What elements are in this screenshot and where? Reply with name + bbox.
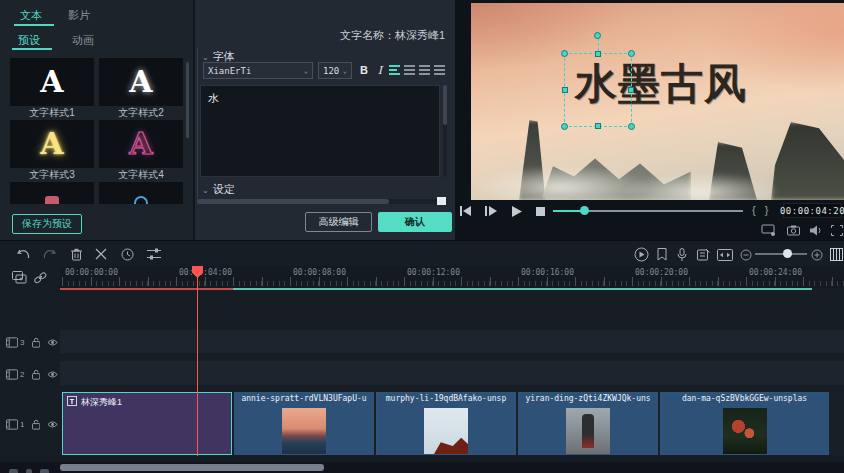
eye-visibility-icon[interactable] (47, 338, 58, 347)
rotation-handle[interactable] (594, 32, 601, 39)
text-style-3-card[interactable]: A (10, 120, 94, 168)
selection-handle[interactable] (561, 50, 568, 57)
italic-button[interactable]: I (373, 62, 387, 78)
image-clip[interactable]: annie-spratt-rdVLN3UFapU-u (234, 392, 374, 455)
mark-in-out-brackets[interactable]: { } (752, 204, 771, 216)
text-style-5-card[interactable] (10, 182, 94, 204)
track-2-header: 2 (6, 367, 58, 381)
video-viewport[interactable]: 水墨古风 (471, 3, 844, 200)
selection-handle[interactable] (628, 123, 635, 130)
video-track-icon (6, 419, 18, 430)
text-style-4-preview: A (129, 129, 152, 159)
fit-timeline-icon[interactable] (829, 247, 843, 262)
render-preview-icon[interactable] (633, 247, 649, 262)
text-selection-box[interactable] (564, 53, 632, 127)
hscrollbar-thumb[interactable] (197, 199, 389, 204)
text-style-2-card[interactable]: A (99, 58, 183, 106)
align-left-button[interactable] (389, 64, 402, 76)
ruler-tick-label: 00:00:00:00 (65, 268, 118, 277)
eye-visibility-icon[interactable] (47, 370, 58, 379)
selection-handle[interactable] (562, 87, 568, 93)
video-editor-app: 文本 影片 预设 动画 A A 文字样式1 文字样式2 A A 文字样式3 文字… (0, 0, 844, 473)
text-style-6-preview (134, 196, 148, 204)
video-track-icon (6, 337, 18, 348)
save-as-preset-button[interactable]: 保存为预设 (12, 214, 82, 234)
timeline-zoom-slider-track[interactable] (755, 253, 807, 255)
image-clip[interactable]: dan-ma-qSzBVbkGGEw-unsplas (660, 392, 829, 455)
selection-handle[interactable] (595, 51, 601, 57)
align-center-button[interactable] (404, 64, 417, 76)
advanced-edit-button[interactable]: 高级编辑 (305, 212, 372, 232)
seek-bar-handle[interactable] (580, 206, 589, 215)
text-style-4-card[interactable]: A (99, 120, 183, 168)
text-style-2-label: 文字样式2 (99, 106, 183, 120)
font-family-select[interactable]: XianErTi⌄ (203, 62, 313, 79)
font-size-select[interactable]: 120⌄ (318, 62, 352, 79)
timeline-zoom-slider-handle[interactable] (783, 249, 792, 258)
undo-icon[interactable] (16, 247, 30, 261)
lock-icon[interactable] (32, 369, 40, 380)
tab-text[interactable]: 文本 (20, 8, 42, 23)
clip-thumbnail (424, 408, 468, 454)
mist (621, 172, 781, 200)
subtab-presets-underline (12, 48, 52, 50)
ruler-tick-label: 00:00:24:00 (749, 268, 802, 277)
text-style-1-label: 文字样式1 (10, 106, 94, 120)
display-settings-icon[interactable] (760, 224, 776, 236)
snapshot-camera-icon[interactable] (786, 224, 800, 236)
image-clip[interactable]: yiran-ding-zQti4ZKWJQk-uns (518, 392, 658, 455)
settings-section-header[interactable]: ⌄设定 (202, 182, 235, 197)
subtab-presets[interactable]: 预设 (18, 33, 40, 48)
selection-handle[interactable] (561, 123, 568, 130)
redo-icon[interactable] (42, 247, 56, 261)
marker-flag-icon[interactable] (656, 247, 668, 262)
delete-trash-icon[interactable] (70, 247, 83, 261)
confirm-button[interactable]: 确认 (378, 212, 452, 232)
track-2-lane[interactable] (60, 361, 844, 385)
eye-visibility-icon[interactable] (47, 420, 58, 429)
stop-button[interactable] (535, 206, 545, 216)
text-style-4-label: 文字样式4 (99, 168, 183, 182)
ink-mountain (771, 122, 844, 200)
styles-scrollbar[interactable] (186, 62, 189, 138)
previous-frame-button[interactable] (459, 205, 473, 217)
adjust-sliders-icon[interactable] (146, 247, 161, 261)
zoom-out-icon[interactable] (739, 248, 752, 261)
image-clip[interactable]: murphy-li-19qdBAfako-unsp (376, 392, 516, 455)
bold-button[interactable]: B (357, 62, 371, 78)
text-style-1-card[interactable]: A (10, 58, 94, 106)
selection-handle[interactable] (628, 50, 635, 57)
title-clip[interactable]: T 林深秀峰1 (62, 392, 232, 455)
track-3-lane[interactable] (60, 330, 844, 353)
zoom-in-icon[interactable] (810, 248, 823, 261)
lock-icon[interactable] (32, 337, 40, 348)
timeline-ruler[interactable]: 00:00:00:00 00:00:04:00 00:00:08:00 00:0… (60, 266, 844, 288)
ruler-major-ticks (62, 277, 844, 286)
timeline-hscroll-thumb[interactable] (60, 464, 324, 471)
editor-scrollbar[interactable] (443, 85, 447, 125)
fullscreen-icon[interactable] (830, 224, 843, 236)
lock-icon[interactable] (32, 419, 40, 430)
text-style-2-preview: A (129, 67, 152, 97)
track-size-icon[interactable] (716, 248, 733, 261)
link-snap-icon[interactable] (33, 271, 47, 284)
text-content-input[interactable]: 水 (200, 85, 440, 177)
next-frame-button[interactable] (484, 205, 498, 217)
subtab-animation[interactable]: 动画 (72, 33, 94, 48)
selection-handle[interactable] (595, 123, 601, 129)
play-button[interactable] (509, 205, 523, 217)
align-justify-button[interactable] (434, 64, 447, 76)
voiceover-mic-icon[interactable] (676, 247, 688, 262)
resize-handle[interactable] (437, 197, 446, 205)
render-status-rendered (233, 288, 812, 290)
selection-handle[interactable] (628, 87, 634, 93)
split-scissors-icon[interactable] (94, 247, 108, 261)
chevron-down-icon: ⌄ (304, 67, 308, 75)
volume-icon[interactable] (809, 224, 823, 236)
speed-clock-icon[interactable] (120, 247, 134, 261)
tab-video[interactable]: 影片 (68, 8, 90, 23)
audio-mixer-icon[interactable] (696, 247, 710, 262)
text-style-6-card[interactable] (99, 182, 183, 204)
manage-tracks-icon[interactable] (11, 270, 27, 284)
align-right-button[interactable] (419, 64, 432, 76)
